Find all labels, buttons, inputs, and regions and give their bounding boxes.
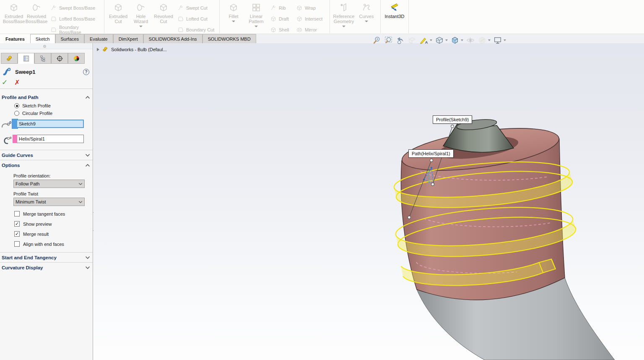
help-icon[interactable]: ? (83, 69, 89, 75)
radio-circular-profile[interactable]: Circular Profile (0, 110, 93, 117)
checkbox[interactable] (14, 211, 20, 217)
extruded-boss-button[interactable]: Extruded Boss/Base (3, 1, 25, 24)
property-manager-icon (23, 55, 30, 62)
section-guide-curves[interactable]: Guide Curves (0, 150, 93, 160)
pane-tab-display-manager[interactable] (68, 53, 85, 64)
revolved-boss-button[interactable]: Revolved Boss/Base (25, 1, 48, 24)
cancel-button[interactable]: ✗ (14, 79, 20, 86)
display-manager-icon (73, 55, 80, 62)
checkbox[interactable] (14, 241, 20, 247)
profile-selection-box[interactable]: Sketch9 (13, 120, 84, 128)
wrap-icon (296, 5, 303, 11)
draft-button[interactable]: Draft (270, 13, 293, 24)
heads-up-view-toolbar (371, 35, 507, 46)
wrap-button[interactable]: Wrap (296, 3, 326, 13)
path-selection-box[interactable]: Helix/Spiral1 (13, 135, 84, 143)
profile-selection-value[interactable]: Sketch9 (17, 120, 84, 128)
dropdown-caret-icon[interactable] (139, 26, 143, 27)
tab-dimxpert[interactable]: DimXpert (113, 34, 143, 43)
ribbon-small-column: RibDraftShell (267, 1, 293, 35)
tab-surfaces[interactable]: Surfaces (55, 34, 84, 43)
dropdown-caret-icon[interactable] (342, 26, 345, 27)
intersect-button[interactable]: Intersect (296, 13, 326, 24)
tab-solidworks-add-ins[interactable]: SOLIDWORKS Add-Ins (143, 34, 203, 43)
display-style-button[interactable] (449, 35, 464, 45)
pane-tab-configuration-manager[interactable] (34, 53, 51, 64)
checkbox-merge-result[interactable]: ✓Merge result (0, 229, 93, 239)
zoom-to-area-button[interactable] (383, 35, 394, 45)
dropdown-caret-icon[interactable] (461, 39, 463, 41)
fillet-button[interactable]: Fillet (222, 1, 245, 22)
profile-callout[interactable]: Profile(Sketch9) (433, 115, 472, 124)
dropdown-caret-icon[interactable] (504, 39, 506, 41)
checkbox-align-with-end-faces[interactable]: Align with end faces (0, 239, 93, 249)
section-curvature-display[interactable]: Curvature Display (0, 262, 93, 272)
checkbox-label: Show preview (23, 222, 52, 227)
annotation-visibility-button[interactable] (418, 35, 433, 45)
rib-icon (270, 5, 277, 11)
panel-splitter[interactable] (0, 43, 93, 49)
feature-tree-flyout[interactable]: Solidworks - Bulb (Defaul... (97, 46, 167, 52)
curves-button[interactable]: Curves (355, 1, 378, 22)
linear-pattern-button[interactable]: Linear Pattern (245, 1, 267, 27)
profile-twist-dropdown[interactable]: Minimum Twist (13, 198, 85, 206)
ribbon-button-label: Swept Cut (186, 5, 208, 10)
pane-tab-feature-manager-tree[interactable] (1, 53, 18, 64)
checkbox[interactable]: ✓ (14, 221, 20, 227)
tab-evaluate[interactable]: Evaluate (84, 34, 113, 43)
extruded-cut-button[interactable]: Extruded Cut (107, 1, 130, 24)
swept-boss-button[interactable]: Swept Boss/Base (50, 3, 101, 13)
expand-arrow-icon[interactable] (97, 48, 99, 51)
hole-wizard-icon (136, 3, 146, 13)
ribbon-group-features: FilletLinear PatternRibDraftShellWrapInt… (220, 0, 330, 33)
tab-solidworks-mbd[interactable]: SOLIDWORKS MBD (203, 34, 256, 43)
checkbox-merge-tangent-faces[interactable]: Merge tangent faces (0, 209, 93, 219)
rib-button[interactable]: Rib (270, 3, 293, 13)
dropdown-caret-icon[interactable] (488, 39, 491, 41)
revolved-cut-button[interactable]: Revolved Cut (152, 1, 175, 24)
lofted-boss-button[interactable]: Lofted Boss/Base (50, 13, 101, 24)
lofted-cut-button[interactable]: Lofted Cut (177, 13, 216, 24)
dropdown-caret-icon[interactable] (430, 39, 432, 41)
boundary-boss-icon (50, 26, 57, 33)
checkbox-show-preview[interactable]: ✓Show preview (0, 219, 93, 229)
curves-icon (361, 3, 371, 13)
view-orientation-button[interactable] (434, 35, 449, 45)
ribbon-small-column: Swept Boss/BaseLofted Boss/BaseBoundary … (48, 1, 101, 35)
section-profile-and-path[interactable]: Profile and Path (0, 92, 93, 102)
ok-button[interactable]: ✓ (2, 79, 8, 86)
dropdown-caret-icon[interactable] (254, 26, 258, 27)
checkbox[interactable]: ✓ (14, 231, 20, 237)
swept-cut-button[interactable]: Swept Cut (177, 3, 216, 13)
hole-wizard-button[interactable]: Hole Wizard (130, 1, 152, 27)
dimxpert-manager-icon (56, 55, 63, 62)
section-options[interactable]: Options (0, 160, 93, 170)
reference-geometry-button[interactable]: Reference Geometry (332, 1, 355, 27)
ribbon-button-label: Boundary Cut (186, 27, 214, 32)
dropdown-caret-icon[interactable] (445, 39, 448, 41)
path-callout[interactable]: Path(Helix/Spiral1) (408, 149, 454, 158)
radio-button[interactable] (14, 103, 19, 108)
tab-sketch[interactable]: Sketch (30, 34, 55, 43)
path-select-icon (0, 135, 13, 146)
view-settings-button[interactable] (492, 35, 507, 45)
previous-view-button[interactable] (395, 35, 406, 45)
profile-orientation-dropdown[interactable]: Follow Path (13, 180, 85, 188)
graphics-area[interactable]: Solidworks - Bulb (Defaul... Profile(Ske… (93, 43, 644, 360)
radio-sketch-profile[interactable]: Sketch Profile (0, 102, 93, 110)
chevron-up-icon (85, 163, 90, 168)
ribbon-button-label: Intersect (305, 16, 322, 21)
radio-button[interactable] (14, 111, 19, 116)
tab-features[interactable]: Features (0, 34, 30, 43)
path-selection-value[interactable]: Helix/Spiral1 (17, 135, 84, 143)
radio-label: Circular Profile (22, 111, 52, 116)
zoom-to-fit-button[interactable] (371, 35, 382, 45)
dropdown-caret-icon[interactable] (232, 21, 235, 22)
document-name: Solidworks - Bulb (Defaul... (111, 47, 167, 52)
pane-tab-dimxpert-manager[interactable] (51, 53, 68, 64)
ribbon-button-label: Revolved Cut (154, 14, 173, 24)
pane-tab-property-manager[interactable] (18, 53, 34, 64)
section-start-end-tangency[interactable]: Start and End Tangency (0, 252, 93, 262)
dropdown-caret-icon[interactable] (365, 21, 368, 22)
instant3d-button[interactable]: Instant3D (383, 1, 406, 19)
